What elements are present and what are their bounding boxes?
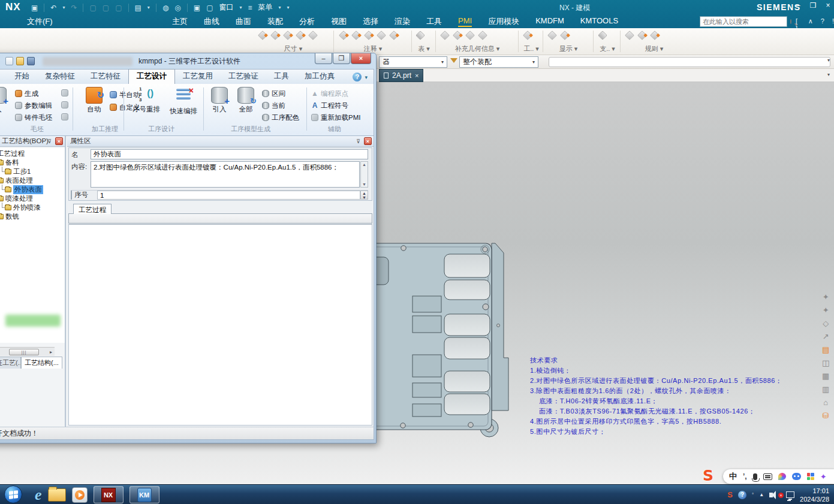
- ime-assistant-icon[interactable]: [792, 473, 801, 480]
- part-tab[interactable]: 2A.prt ×: [379, 69, 423, 82]
- tab-surface[interactable]: 曲面: [236, 16, 251, 27]
- tab-application[interactable]: 应用模块: [488, 16, 519, 27]
- generate-button[interactable]: 生成: [15, 88, 38, 99]
- geometry-icon[interactable]: [478, 31, 487, 40]
- search-icon[interactable]: [790, 19, 791, 24]
- group-label[interactable]: 规则 ▾: [622, 44, 687, 53]
- name-input[interactable]: [91, 149, 368, 159]
- properties-header[interactable]: 属性区 ⊽×: [67, 136, 374, 147]
- open-folder-icon[interactable]: [16, 57, 24, 65]
- tab-complex-feature[interactable]: 复杂特征: [37, 70, 83, 84]
- media-player-icon[interactable]: [72, 487, 88, 503]
- import-blank-button[interactable]: + 入: [0, 87, 11, 114]
- menu-caret-icon[interactable]: ▾: [279, 5, 281, 10]
- part-tab-close-icon[interactable]: ×: [415, 72, 418, 79]
- cast-blank-button[interactable]: 铸件毛坯: [15, 112, 52, 123]
- auto-infer-button[interactable]: 自动: [81, 87, 107, 114]
- selection-bar[interactable]: [549, 57, 830, 67]
- group-label[interactable]: 工.. ▾: [520, 44, 543, 53]
- volume-icon[interactable]: [769, 493, 773, 497]
- sequence-input[interactable]: 1: [97, 191, 360, 200]
- tab-tools[interactable]: 工具: [426, 16, 442, 27]
- horizontal-scrollbar[interactable]: ||| ▸: [0, 347, 55, 356]
- help-tray-icon[interactable]: ?: [738, 491, 746, 499]
- scroll-right-icon[interactable]: ▸: [50, 349, 52, 355]
- op-color-button[interactable]: 工序配色: [262, 112, 299, 123]
- qat-overflow-caret-icon[interactable]: ▾: [287, 5, 290, 10]
- undo-caret-icon[interactable]: ▾: [62, 5, 65, 10]
- tab-process-structure[interactable]: 工艺结构(...: [21, 357, 62, 369]
- table-icon[interactable]: [416, 31, 425, 40]
- reload-pmi-button[interactable]: 重新加载PMI: [311, 112, 360, 123]
- help-icon[interactable]: ?: [353, 73, 362, 82]
- help-caret-icon[interactable]: ▾: [365, 74, 368, 80]
- tab-tools[interactable]: 工具: [266, 70, 297, 84]
- tray-caret-icon[interactable]: °: [752, 492, 754, 497]
- op-import-button[interactable]: + 引入: [207, 87, 232, 114]
- command-finder-icon[interactable]: ◎: [174, 4, 180, 12]
- menu-button[interactable]: 菜单: [258, 2, 273, 13]
- window-menu[interactable]: 窗口: [219, 2, 234, 13]
- ime-toolbox-icon[interactable]: [807, 473, 814, 480]
- geometry-icon[interactable]: [465, 31, 475, 40]
- ime-skin-icon[interactable]: [778, 473, 786, 480]
- blank-extra-icon[interactable]: [61, 89, 68, 96]
- close-button[interactable]: ×: [826, 1, 830, 10]
- command-search[interactable]: [700, 16, 787, 27]
- op-current-button[interactable]: 当前: [262, 100, 285, 111]
- dialog-maximize-button[interactable]: ❒: [333, 53, 350, 64]
- op-range-button[interactable]: 区间: [262, 88, 285, 99]
- network-icon[interactable]: [786, 491, 794, 498]
- support-icon[interactable]: [598, 31, 607, 40]
- format-brush-icon[interactable]: ▤: [135, 4, 141, 12]
- content-textarea[interactable]: 2.对图中绿色所示区域进行表面处理镀覆：Cu/Ap.Ni-P20.Ep.Au1.…: [91, 161, 360, 188]
- tab-render[interactable]: 渲染: [395, 16, 410, 27]
- pin-icon[interactable]: ⊽: [354, 137, 362, 145]
- db-tool-icon[interactable]: ⛁: [822, 411, 829, 421]
- close-panel-icon[interactable]: ×: [364, 137, 372, 145]
- group-label[interactable]: 注释 ▾: [336, 44, 410, 53]
- group-label[interactable]: 补充几何信息 ▾: [437, 44, 517, 53]
- tab-home[interactable]: 主页: [172, 16, 188, 27]
- group-label[interactable]: 显示 ▾: [544, 44, 592, 53]
- param-edit-button[interactable]: 参数编辑: [15, 100, 52, 111]
- microphone-icon[interactable]: ◍: [162, 4, 168, 12]
- dimension-icon[interactable]: [296, 31, 305, 40]
- restore-button[interactable]: ❒: [810, 1, 817, 10]
- leader-icon[interactable]: ↗: [822, 331, 829, 342]
- close-panel-icon[interactable]: ×: [55, 137, 63, 145]
- sheet-edit-icon[interactable]: ▥: [822, 384, 829, 394]
- minimize-button[interactable]: –: [796, 1, 800, 10]
- selection-filter-dropdown[interactable]: 器▾: [379, 56, 447, 68]
- tree-item-cnc-milling[interactable]: 数铣: [0, 212, 65, 221]
- internet-explorer-icon[interactable]: e: [35, 486, 42, 504]
- tab-feature-process[interactable]: 征工艺(...: [0, 357, 21, 369]
- pmi-star-icon[interactable]: ✦: [822, 292, 829, 302]
- sequence-spinner[interactable]: ▲▼: [360, 191, 368, 200]
- save-icon[interactable]: ▣: [31, 4, 38, 12]
- dimension-icon[interactable]: [270, 31, 280, 40]
- rule-icon[interactable]: [625, 31, 634, 40]
- content-scrollbar[interactable]: ▲▼: [360, 161, 368, 188]
- menu-icon[interactable]: ≡: [248, 4, 252, 12]
- tab-view[interactable]: 视图: [331, 16, 347, 27]
- tab-kmtools[interactable]: KMTOOLS: [580, 16, 618, 27]
- tree-item-outsourced-surface[interactable]: 外协表面: [0, 185, 65, 194]
- group-label[interactable]: 尺寸 ▾: [255, 44, 332, 53]
- tab-machining-sim[interactable]: 加工仿真: [297, 70, 342, 84]
- tree-item-surface-treatment[interactable]: 表面处理: [0, 176, 65, 185]
- dimension-icon[interactable]: [283, 31, 293, 40]
- part-model[interactable]: [360, 232, 534, 442]
- part-tab-label[interactable]: 2A.prt: [392, 71, 411, 80]
- search-input[interactable]: [700, 18, 790, 25]
- dialog-close-button[interactable]: ×: [351, 53, 371, 64]
- dimension-icon[interactable]: [258, 31, 267, 40]
- annotation-icon[interactable]: [389, 31, 399, 40]
- save-icon[interactable]: [27, 57, 35, 65]
- tab-process-verify[interactable]: 工艺验证: [221, 70, 266, 84]
- tab-assembly[interactable]: 装配: [267, 16, 283, 27]
- tree-item-paint-treatment[interactable]: 喷漆处理: [0, 194, 65, 203]
- bop-header[interactable]: 工艺结构(BOP) ⊽×: [0, 136, 65, 147]
- pin-icon[interactable]: ⊽: [46, 137, 53, 145]
- geometry-icon[interactable]: [453, 31, 462, 40]
